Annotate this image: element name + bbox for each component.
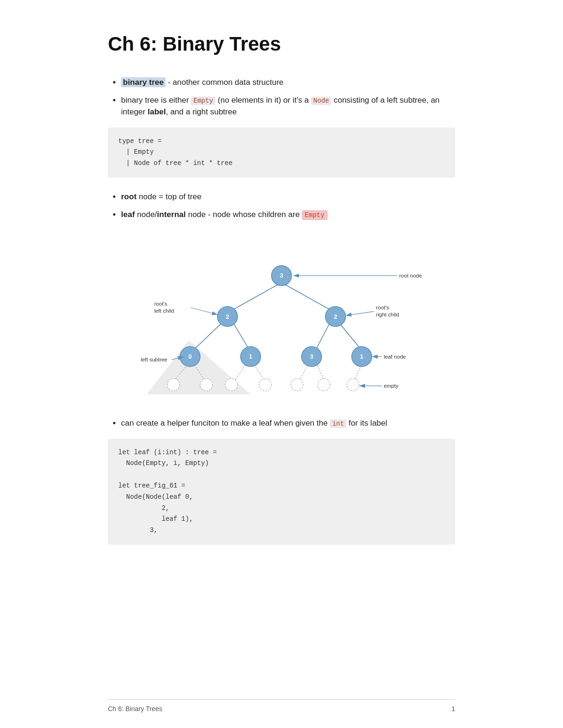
edge-root-right: [282, 283, 330, 310]
footer-left: Ch 6: Binary Trees: [108, 704, 162, 714]
annotation-left-child-text: root's: [154, 301, 167, 307]
code-empty-1: Empty: [191, 97, 215, 105]
annotation-leaf-text: leaf node: [384, 354, 406, 360]
tree-svg: 3 2 2 0 1 3 1 root node root's left chil…: [108, 234, 455, 408]
label-bold: label: [148, 107, 166, 116]
node-rr-label: 1: [360, 353, 363, 360]
leaf-bold: leaf: [121, 210, 135, 219]
empty-node-2: [200, 379, 213, 391]
edge-r1-rl: [316, 323, 330, 349]
code-int: int: [330, 420, 346, 428]
edge-l1-ll: [195, 323, 222, 349]
node-r1-label: 2: [334, 313, 337, 320]
node-root-label: 3: [280, 272, 283, 279]
bullet-item-2: binary tree is either Empty (no elements…: [121, 94, 455, 118]
node-lr-label: 1: [249, 353, 252, 360]
code-block-2: let leaf (i:int) : tree = Node(Empty, i,…: [108, 439, 455, 545]
annotation-empty-text: empty: [384, 383, 399, 389]
annotation-left-subtree-text: left subtree: [141, 357, 167, 362]
highlighted-term: binary tree: [121, 77, 166, 87]
empty-node-5: [291, 379, 303, 391]
bullet-list-1: binary tree - another common data struct…: [121, 76, 455, 118]
empty-node-7: [347, 379, 359, 391]
node-rl-label: 3: [310, 353, 313, 360]
empty-node-1: [167, 379, 180, 391]
page: Ch 6: Binary Trees binary tree - another…: [70, 0, 493, 728]
bullet-list-2: root node = top of tree leaf node/intern…: [121, 191, 455, 220]
bullet-list-3: can create a helper funciton to make a l…: [121, 417, 455, 429]
annotation-line-right-child: [346, 312, 374, 315]
node-ll-label: 0: [188, 353, 191, 360]
edge-r1-rr: [339, 323, 360, 349]
empty-node-3: [225, 379, 237, 391]
bullet-item-5: can create a helper funciton to make a l…: [121, 417, 455, 429]
bullet-1-rest: - another common data structure: [168, 78, 284, 87]
edge-rl-e2: [316, 363, 324, 380]
annotation-left-child-text2: left child: [154, 308, 174, 314]
annotation-right-child-text: root's: [376, 305, 389, 310]
root-bold: root: [121, 192, 137, 201]
empty-node-6: [318, 379, 330, 391]
bullet-item-3: root node = top of tree: [121, 191, 455, 203]
node-l1-label: 2: [226, 313, 229, 320]
footer: Ch 6: Binary Trees 1: [108, 699, 455, 714]
code-empty-highlight: Empty: [302, 210, 327, 220]
page-title: Ch 6: Binary Trees: [108, 28, 455, 60]
code-node-1: Node: [311, 97, 332, 105]
edge-l1-lr: [233, 323, 249, 349]
code-block-1: type tree = | Empty | Node of tree * int…: [108, 128, 455, 178]
edge-root-left: [233, 283, 282, 310]
bullet-item-4: leaf node/internal node - node whose chi…: [121, 209, 455, 221]
annotation-line-left-child: [191, 308, 217, 315]
footer-right: 1: [451, 704, 455, 714]
bullet-item-1: binary tree - another common data struct…: [121, 76, 455, 89]
annotation-right-child-text2: right child: [376, 312, 399, 317]
internal-bold: internal: [157, 210, 186, 219]
empty-node-4: [259, 379, 271, 391]
annotation-root-text: root node: [399, 273, 422, 278]
tree-diagram: 3 2 2 0 1 3 1 root node root's left chil…: [108, 234, 455, 408]
